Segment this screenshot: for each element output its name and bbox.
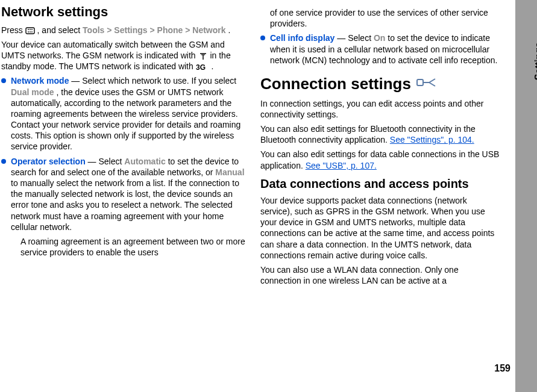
text: — Select [337,33,374,43]
svg-point-6 [31,31,33,33]
packet-data-paragraph: Your device supports packet data connect… [260,195,500,261]
option-on: On [374,33,385,43]
breadcrumb-tools: Tools [83,25,104,35]
wlan-paragraph: You can also use a WLAN data connection.… [260,264,500,286]
roaming-paragraph: A roaming agreement is an agreement betw… [20,236,246,258]
heading-text: Connection settings [260,74,411,95]
option-operator-selection: Operator selection [11,157,86,166]
bullet-icon [1,159,6,164]
breadcrumb-phone: Phone [157,25,183,35]
svg-point-1 [28,29,29,30]
svg-rect-0 [26,28,34,34]
link-settings-104[interactable]: See "Settings", p. 104. [390,135,474,145]
menu-key-icon [25,26,35,35]
svg-point-4 [28,31,29,33]
text: You can also edit settings for data cabl… [260,149,499,170]
manual-page: Network settings Press , and select Tool… [0,0,537,392]
right-column: of one service provider to use the servi… [253,0,506,392]
connection-intro: In connection settings, you can edit acc… [260,98,500,120]
option-cell-info-display: Cell info display [270,33,334,43]
page-sidebar: Settings [515,0,537,392]
connection-icon [416,74,436,95]
navigation-path: Press , and select Tools > Settings > Ph… [1,25,246,36]
bluetooth-paragraph: You can also edit settings for Bluetooth… [260,123,500,145]
option-manual: Manual [215,167,244,177]
bullet-cell-info-display: Cell info display — Select On to set the… [260,33,500,66]
breadcrumb-network: Network [192,25,225,35]
bullet-body: Operator selection — Select Automatic to… [11,156,246,262]
text: Your device can automatically switch bet… [1,40,225,60]
bullet-icon [1,78,6,83]
text: , and select [37,25,83,35]
text: > [185,25,192,35]
text: — Select which network to use. If you se… [71,76,236,86]
svg-text:3G: 3G [196,63,206,71]
svg-rect-11 [417,79,423,86]
text: Press [1,25,25,35]
page-number: 159 [494,363,510,374]
svg-point-5 [30,31,31,33]
gsm-signal-icon [198,52,208,60]
svg-point-2 [30,29,31,30]
network-settings-heading: Network settings [1,4,246,21]
bullet-icon [260,36,265,40]
text: to manually select the network from a li… [11,178,239,232]
svg-point-3 [31,29,33,30]
option-network-mode: Network mode [11,76,69,86]
breadcrumb-settings: Settings [114,25,147,35]
connection-settings-heading: Connection settings [260,74,500,95]
gsm-umts-paragraph: Your device can automatically switch bet… [1,39,246,72]
sidebar-section-label: Settings [533,42,537,80]
bullet-body: Cell info display — Select On to set the… [270,33,500,66]
text: > [149,25,157,35]
roaming-continued: of one service provider to use the servi… [270,7,500,29]
option-automatic: Automatic [124,157,165,166]
option-dual-mode: Dual mode [11,87,54,97]
text: . [212,61,214,71]
bullet-operator-selection: Operator selection — Select Automatic to… [1,156,246,262]
usb-paragraph: You can also edit settings for data cabl… [260,149,500,170]
text: — Select [88,157,125,166]
link-usb-107[interactable]: See "USB", p. 107. [306,161,377,170]
data-connections-heading: Data connections and access points [260,176,500,191]
text: > [107,25,114,35]
umts-3g-icon: 3G [196,63,209,71]
text: . [228,25,230,35]
bullet-body: Network mode — Select which network to u… [11,75,246,152]
left-column: Network settings Press , and select Tool… [0,0,253,392]
bullet-network-mode: Network mode — Select which network to u… [1,75,246,152]
